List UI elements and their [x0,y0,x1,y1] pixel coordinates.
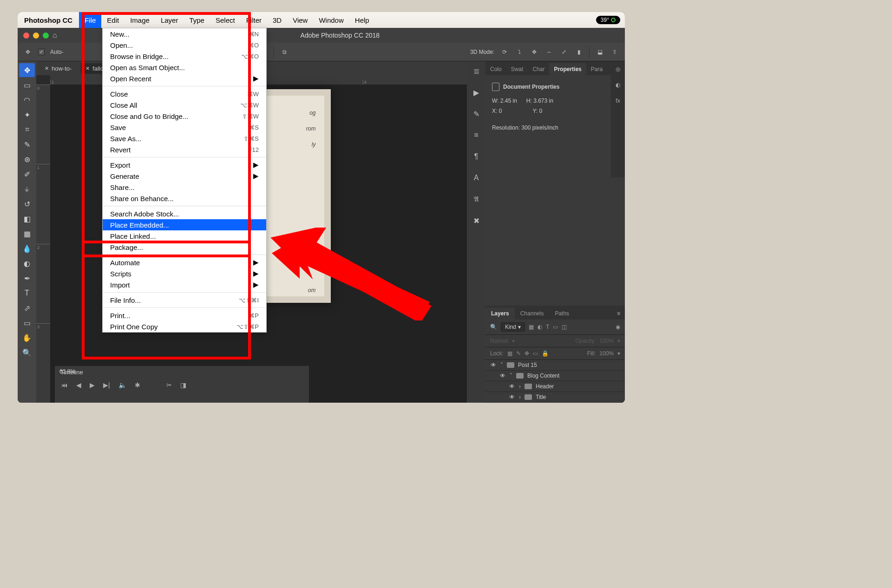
file-menu-item[interactable]: Browse in Bridge...⌥⌘O [103,51,266,62]
layer-row[interactable]: 👁 › Title [485,392,625,403]
visibility-icon[interactable]: 👁 [509,394,515,400]
visibility-icon[interactable]: 👁 [509,383,515,390]
menu-view[interactable]: View [287,12,313,28]
file-menu-item[interactable]: Open as Smart Object... [103,62,266,73]
opacity-value[interactable]: 100% [599,338,614,344]
paragraph-tab[interactable]: Para [586,63,607,75]
blur-tool[interactable]: 💧 [19,242,35,255]
brushes-panel-icon[interactable]: ✎ [469,107,483,121]
prev-frame-icon[interactable]: ◀ [76,381,81,389]
layer-name[interactable]: Post 15 [518,362,537,368]
lock-artboard-icon[interactable]: ▭ [533,350,538,357]
adjustments-icon[interactable]: ◐ [616,82,620,88]
lock-position-icon[interactable]: ✥ [525,350,529,357]
layer-row[interactable]: 👁 › Header [485,381,625,392]
crop-tool[interactable]: ⌗ [19,123,35,137]
paragraph-panel-icon[interactable]: ¶ [469,150,483,163]
file-menu-item[interactable]: Import▶ [103,279,266,290]
styles-icon[interactable]: fx [616,98,620,104]
character-tab[interactable]: Char [528,63,549,75]
minimize-icon[interactable] [33,33,39,39]
file-menu-item[interactable]: Save As...⇧⌘S [103,133,266,144]
file-menu-item[interactable]: Open Recent▶ [103,73,266,84]
menu-file[interactable]: File [79,12,101,28]
dodge-tool[interactable]: ◐ [19,256,35,270]
layer-row[interactable]: 👁 ˅ Post 15 [485,360,625,371]
camera-icon[interactable]: ▮ [574,47,584,57]
share-icon[interactable]: ⇪ [610,47,619,57]
filter-toggle-icon[interactable]: ◉ [616,324,620,330]
file-menu-item[interactable]: Share on Behance... [103,193,266,204]
pen-tool[interactable]: ✒ [19,271,35,285]
play-icon[interactable]: ▶ [90,381,95,389]
overlap-icon[interactable]: ⧉ [280,47,289,57]
color-tab[interactable]: Colo [485,63,506,75]
filter-shape-icon[interactable]: ▭ [553,324,558,330]
orbit-icon[interactable]: ⟳ [500,47,509,57]
layer-name[interactable]: Title [536,394,546,400]
file-menu-item[interactable]: Close and Go to Bridge...⇧⌘W [103,111,266,122]
file-menu-item[interactable]: Search Adobe Stock... [103,208,266,219]
pan-icon[interactable]: ✥ [530,47,539,57]
scale-3d-icon[interactable]: ⤢ [559,47,569,57]
slide-icon[interactable]: ↔ [544,47,554,57]
properties-tab[interactable]: Properties [549,63,586,75]
brush-tool[interactable]: ✐ [19,167,35,181]
close-icon[interactable] [23,33,29,39]
character-panel-icon[interactable]: A [469,171,483,185]
history-brush-tool[interactable]: ↺ [19,197,35,211]
timeline-label[interactable]: Timeline [55,366,309,379]
file-menu-item[interactable]: Generate▶ [103,170,266,182]
file-menu-item[interactable]: Place Embedded... [103,219,266,230]
file-menu-item[interactable]: File Info...⌥⇧⌘I [103,294,266,306]
eyedropper-tool[interactable]: ✎ [19,137,35,151]
visibility-icon[interactable]: 👁 [499,372,506,379]
menu-3d[interactable]: 3D [267,12,287,28]
menu-select[interactable]: Select [210,12,241,28]
first-frame-icon[interactable]: ⏮ [61,381,68,389]
hand-tool[interactable]: ✋ [19,331,35,345]
filter-kind-select[interactable]: Kind▾ [501,322,525,332]
file-menu-item[interactable]: Save⌘S [103,122,266,133]
filter-pixel-icon[interactable]: ▦ [529,324,534,330]
channels-tab[interactable]: Channels [515,307,550,320]
file-menu-item[interactable]: Automate▶ [103,257,266,268]
filter-adjustment-icon[interactable]: ◐ [538,324,542,330]
lasso-tool[interactable]: ◠ [19,93,35,107]
file-menu-item[interactable]: Print One Copy⌥⇧⌘P [103,321,266,332]
file-menu-item[interactable]: Close⌘W [103,88,266,99]
maximize-icon[interactable] [43,33,49,39]
shape-tool[interactable]: ▭ [19,316,35,330]
stamp-tool[interactable]: ⏚ [19,182,35,196]
home-icon[interactable]: ⌂ [52,31,57,39]
zoom-level[interactable]: 62.9% [59,368,75,375]
paths-tab[interactable]: Paths [549,307,575,320]
split-icon[interactable]: ✂ [166,381,172,389]
layers-tab[interactable]: Layers [485,307,515,320]
layer-row[interactable]: 👁 ˅ Blog Content [485,371,625,381]
actions-panel-icon[interactable]: ▶ [469,85,483,99]
file-menu-item[interactable]: Close All⌥⌘W [103,99,266,111]
roll-icon[interactable]: ⤵ [515,47,524,57]
audio-icon[interactable]: 🔈 [118,381,126,389]
file-menu-item[interactable]: Scripts▶ [103,268,266,279]
disclosure-icon[interactable]: ˅ [510,372,512,379]
healing-brush-tool[interactable]: ⊛ [19,152,35,166]
close-tab-icon[interactable]: ✕ [45,65,49,72]
history-panel-icon[interactable]: ≣ [469,64,483,78]
file-menu-item[interactable]: Open...⌘O [103,39,266,51]
auto-select-checkbox[interactable]: ✓ [38,49,45,55]
path-selection-tool[interactable]: ⬀ [19,301,35,315]
zoom-tool[interactable]: 🔍 [19,346,35,359]
gradient-tool[interactable]: ▦ [19,227,35,241]
next-frame-icon[interactable]: ▶| [103,381,110,389]
tool-presets-panel-icon[interactable]: ✖ [469,214,483,228]
file-menu-item[interactable]: Share... [103,182,266,193]
filter-smart-icon[interactable]: ◫ [562,324,567,330]
visibility-icon[interactable]: 👁 [490,362,497,368]
lock-image-icon[interactable]: ✎ [516,350,521,357]
menu-layer[interactable]: Layer [155,12,184,28]
eraser-tool[interactable]: ◧ [19,212,35,226]
lock-transparent-icon[interactable]: ▦ [507,350,512,357]
transition-icon[interactable]: ◨ [180,381,186,389]
